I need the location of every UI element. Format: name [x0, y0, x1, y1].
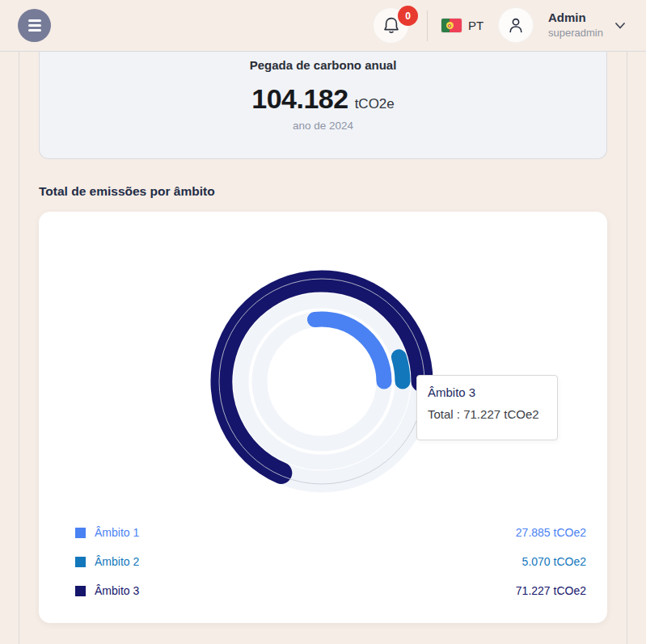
- legend-value: 71.227 tCOe2: [516, 584, 586, 597]
- legend-color-swatch: [75, 557, 86, 567]
- hamburger-menu-button[interactable]: [18, 9, 51, 42]
- legend-label: Âmbito 1: [95, 526, 139, 539]
- legend-value: 5.070 tCOe2: [522, 555, 586, 568]
- legend-item-ambito-2[interactable]: Âmbito 2 5.070 tCOe2: [75, 547, 586, 576]
- carbon-card-title: Pegada de carbono anual: [40, 58, 606, 73]
- chart-legend: Âmbito 1 27.885 tCOe2 Âmbito 2 5.070 tCO…: [39, 518, 607, 605]
- legend-item-ambito-3[interactable]: Âmbito 3 71.227 tCOe2: [75, 576, 586, 605]
- legend-item-ambito-1[interactable]: Âmbito 1 27.885 tCOe2: [75, 518, 586, 547]
- notifications-button[interactable]: 0: [373, 7, 409, 44]
- notification-count-badge: 0: [398, 6, 418, 26]
- legend-label: Âmbito 2: [95, 555, 139, 568]
- top-header: 0 PT Admin superadmin: [0, 0, 646, 52]
- legend-label: Âmbito 3: [95, 584, 139, 597]
- user-role: superadmin: [548, 27, 603, 39]
- carbon-total-unit: tCO2e: [355, 96, 395, 112]
- tooltip-value: Total : 71.227 tCOe2: [428, 407, 547, 421]
- section-title: Total de emissões por âmbito: [39, 184, 607, 199]
- portugal-flag-icon[interactable]: [441, 19, 462, 32]
- person-icon: [506, 15, 526, 35]
- radial-chart-area: Âmbito 3 Total : 71.227 tCOe2: [39, 212, 607, 512]
- chart-tooltip: Âmbito 3 Total : 71.227 tCOe2: [416, 375, 558, 440]
- user-menu[interactable]: Admin superadmin: [548, 11, 603, 39]
- legend-color-swatch: [75, 528, 86, 538]
- carbon-card-period: ano de 2024: [40, 120, 606, 132]
- bell-icon: [382, 16, 400, 36]
- carbon-total-value: 104.182: [251, 83, 348, 115]
- user-name: Admin: [548, 11, 603, 24]
- language-selector[interactable]: PT: [468, 19, 483, 32]
- legend-value: 27.885 tCOe2: [516, 526, 586, 539]
- tooltip-series-name: Âmbito 3: [428, 385, 547, 399]
- hamburger-icon: [28, 19, 41, 21]
- carbon-footprint-card: Pegada de carbono anual 104.182 tCO2e an…: [39, 52, 607, 159]
- chevron-down-icon[interactable]: [614, 22, 626, 30]
- radial-bar-chart[interactable]: [39, 212, 607, 512]
- legend-color-swatch: [75, 586, 86, 596]
- header-divider: [427, 11, 428, 41]
- user-avatar[interactable]: [498, 7, 534, 43]
- emissions-chart-card: Âmbito 3 Total : 71.227 tCOe2 Âmbito 1 2…: [39, 212, 607, 623]
- main-content: Pegada de carbono anual 104.182 tCO2e an…: [19, 52, 627, 644]
